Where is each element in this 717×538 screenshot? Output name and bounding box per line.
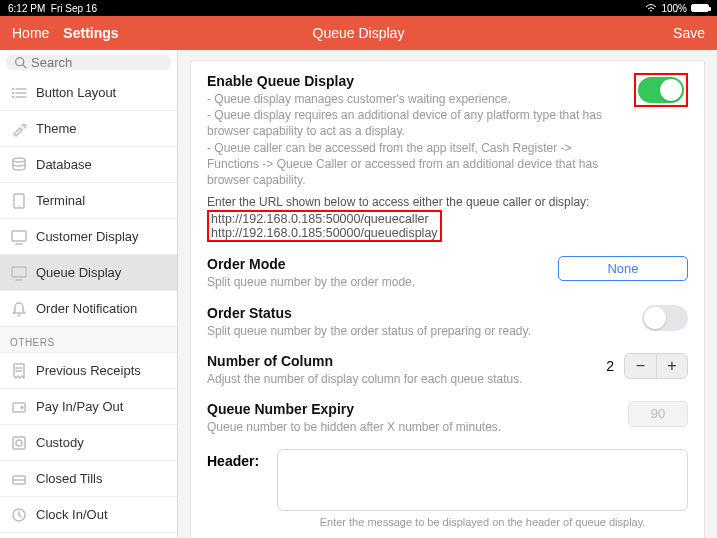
svg-point-5 xyxy=(13,88,14,89)
sidebar-item-queue-display[interactable]: Queue Display xyxy=(0,255,177,291)
sidebar-item-button-layout[interactable]: Button Layout xyxy=(0,75,177,111)
svg-point-7 xyxy=(13,96,14,97)
search-icon xyxy=(14,56,27,69)
svg-point-6 xyxy=(13,92,14,93)
sidebar-item-customer-display[interactable]: Customer Display xyxy=(0,219,177,255)
sidebar-item-gift-card[interactable]: Gift Card xyxy=(0,533,177,538)
expiry-input xyxy=(628,401,688,427)
sidebar-item-pay-in-pay-out[interactable]: Pay In/Pay Out xyxy=(0,389,177,425)
search-input[interactable] xyxy=(31,55,178,70)
sidebar-item-terminal[interactable]: Terminal xyxy=(0,183,177,219)
order-mode-title: Order Mode xyxy=(207,256,548,272)
order-status-desc: Split queue number by the order status o… xyxy=(207,323,548,339)
sidebar-item-label: Clock In/Out xyxy=(36,507,108,522)
sidebar-item-database[interactable]: Database xyxy=(0,147,177,183)
svg-rect-13 xyxy=(12,267,26,277)
expiry-row: Queue Number Expiry Queue number to be h… xyxy=(207,401,688,435)
wallet-icon xyxy=(10,398,28,416)
vault-icon xyxy=(10,434,28,452)
num-col-title: Number of Column xyxy=(207,353,548,369)
list-icon xyxy=(10,84,28,102)
sidebar-item-label: Terminal xyxy=(36,193,85,208)
database-icon xyxy=(10,156,28,174)
sidebar-item-previous-receipts[interactable]: Previous Receipts xyxy=(0,353,177,389)
svg-point-8 xyxy=(13,158,25,162)
order-mode-row: Order Mode Split queue number by the ord… xyxy=(207,256,688,290)
enable-row: Enable Queue Display - Queue display man… xyxy=(207,73,688,242)
order-status-row: Order Status Split queue number by the o… xyxy=(207,305,688,339)
brush-icon xyxy=(10,120,28,138)
wifi-icon xyxy=(645,4,657,13)
svg-point-0 xyxy=(16,58,24,66)
sidebar: Button LayoutThemeDatabaseTerminalCustom… xyxy=(0,50,178,538)
nav-bar: Home Settings Queue Display Save xyxy=(0,16,717,50)
num-col-value: 2 xyxy=(606,358,614,374)
stepper-plus[interactable]: + xyxy=(656,353,688,379)
display-icon xyxy=(10,264,28,282)
sidebar-item-order-notification[interactable]: Order Notification xyxy=(0,291,177,327)
sidebar-item-label: Order Notification xyxy=(36,301,137,316)
url-display: http://192.168.0.185:50000/queuedisplay xyxy=(211,226,438,240)
url-highlight: http://192.168.0.185:50000/queuecaller h… xyxy=(207,210,442,242)
sidebar-item-label: Queue Display xyxy=(36,265,121,280)
svg-point-18 xyxy=(21,406,23,408)
settings-card: Enable Queue Display - Queue display man… xyxy=(190,60,705,538)
expiry-title: Queue Number Expiry xyxy=(207,401,548,417)
clock-icon xyxy=(10,506,28,524)
battery-icon xyxy=(691,4,709,12)
enable-url-intro: Enter the URL shown below to access eith… xyxy=(207,194,608,210)
stepper-minus[interactable]: − xyxy=(624,353,656,379)
order-status-toggle[interactable] xyxy=(642,305,688,331)
sidebar-item-label: Custody xyxy=(36,435,84,450)
sidebar-item-theme[interactable]: Theme xyxy=(0,111,177,147)
expiry-desc: Queue number to be hidden after X number… xyxy=(207,419,548,435)
battery-pct: 100% xyxy=(661,3,687,14)
enable-desc: - Queue display manages customer's waiti… xyxy=(207,91,608,188)
order-mode-desc: Split queue number by the order mode. xyxy=(207,274,548,290)
sidebar-item-label: Previous Receipts xyxy=(36,363,141,378)
header-label: Header: xyxy=(207,449,259,528)
status-time: 6:12 PM xyxy=(8,3,45,14)
header-textarea[interactable] xyxy=(277,449,688,511)
num-col-row: Number of Column Adjust the number of di… xyxy=(207,353,688,387)
svg-point-20 xyxy=(16,440,22,446)
sidebar-item-label: Button Layout xyxy=(36,85,116,100)
svg-rect-11 xyxy=(12,231,26,241)
url-caller: http://192.168.0.185:50000/queuecaller xyxy=(211,212,438,226)
bell-icon xyxy=(10,300,28,318)
sidebar-item-label: Customer Display xyxy=(36,229,139,244)
enable-title: Enable Queue Display xyxy=(207,73,608,89)
svg-line-1 xyxy=(23,65,26,68)
enable-toggle[interactable] xyxy=(638,77,684,103)
header-hint: Enter the message to be displayed on the… xyxy=(277,516,688,528)
header-row: Header: Enter the message to be displaye… xyxy=(207,449,688,528)
sidebar-item-clock-in-out[interactable]: Clock In/Out xyxy=(0,497,177,533)
num-col-desc: Adjust the number of display column for … xyxy=(207,371,548,387)
sidebar-item-label: Database xyxy=(36,157,92,172)
sidebar-item-custody[interactable]: Custody xyxy=(0,425,177,461)
search-field[interactable] xyxy=(6,55,171,70)
sidebar-item-label: Pay In/Pay Out xyxy=(36,399,123,414)
svg-rect-19 xyxy=(13,437,25,449)
save-button[interactable]: Save xyxy=(673,25,705,41)
tablet-icon xyxy=(10,192,28,210)
status-bar: 6:12 PM Fri Sep 16 100% xyxy=(0,0,717,16)
sidebar-item-label: Closed Tills xyxy=(36,471,102,486)
sidebar-item-label: Theme xyxy=(36,121,76,136)
display-icon xyxy=(10,228,28,246)
receipt-icon xyxy=(10,362,28,380)
nav-home[interactable]: Home xyxy=(12,25,49,41)
num-col-stepper: 2 − + xyxy=(606,353,688,379)
sidebar-header: OTHERS xyxy=(0,327,177,353)
sidebar-item-closed-tills[interactable]: Closed Tills xyxy=(0,461,177,497)
content[interactable]: Enable Queue Display - Queue display man… xyxy=(178,50,717,538)
nav-settings: Settings xyxy=(63,25,118,41)
order-status-title: Order Status xyxy=(207,305,548,321)
drawer-icon xyxy=(10,470,28,488)
status-date: Fri Sep 16 xyxy=(51,3,97,14)
order-mode-button[interactable]: None xyxy=(558,256,688,281)
